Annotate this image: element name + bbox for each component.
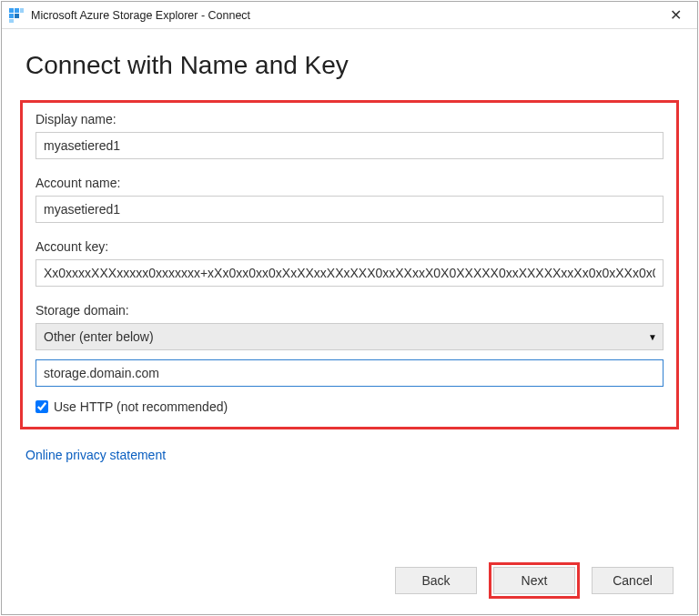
account-name-input[interactable] [35, 196, 664, 223]
app-icon [9, 8, 24, 23]
use-http-label: Use HTTP (not recommended) [54, 399, 228, 414]
use-http-row: Use HTTP (not recommended) [35, 399, 664, 414]
next-button-label: Next [522, 573, 548, 588]
account-name-label: Account name: [35, 176, 664, 190]
cancel-button-label: Cancel [613, 573, 653, 588]
form-area: Display name: Account name: Account key:… [20, 100, 679, 429]
chevron-down-icon: ▼ [648, 332, 657, 342]
field-storage-domain-custom [35, 359, 664, 387]
field-account-name: Account name: [35, 176, 664, 223]
close-icon[interactable]: ✕ [657, 6, 694, 24]
display-name-input[interactable] [35, 132, 664, 159]
field-display-name: Display name: [35, 112, 664, 159]
account-key-input[interactable] [35, 259, 664, 287]
display-name-label: Display name: [35, 112, 664, 126]
privacy-link[interactable]: Online privacy statement [25, 448, 674, 462]
next-button[interactable]: Next [493, 567, 575, 594]
svg-rect-2 [9, 14, 14, 18]
storage-domain-selected: Other (enter below) [44, 329, 154, 344]
cancel-button[interactable]: Cancel [592, 567, 674, 594]
field-storage-domain: Storage domain: Other (enter below) ▼ [35, 303, 664, 350]
window-title: Microsoft Azure Storage Explorer - Conne… [31, 9, 657, 22]
storage-domain-select[interactable]: Other (enter below) ▼ [35, 323, 664, 350]
titlebar: Microsoft Azure Storage Explorer - Conne… [2, 2, 697, 29]
page-title: Connect with Name and Key [25, 51, 674, 80]
content-area: Connect with Name and Key Display name: … [2, 29, 697, 614]
svg-rect-3 [15, 14, 19, 18]
svg-rect-4 [20, 8, 24, 13]
back-button[interactable]: Back [395, 567, 477, 594]
button-row: Back Next Cancel [25, 567, 674, 614]
svg-rect-0 [9, 8, 14, 13]
storage-domain-custom-input[interactable] [35, 359, 664, 387]
use-http-checkbox[interactable] [35, 400, 48, 413]
svg-rect-1 [15, 8, 19, 13]
dialog-window: Microsoft Azure Storage Explorer - Conne… [1, 1, 698, 615]
field-account-key: Account key: [35, 239, 664, 287]
back-button-label: Back [421, 573, 450, 588]
storage-domain-label: Storage domain: [35, 303, 664, 318]
account-key-label: Account key: [35, 239, 664, 254]
svg-rect-5 [9, 19, 14, 23]
